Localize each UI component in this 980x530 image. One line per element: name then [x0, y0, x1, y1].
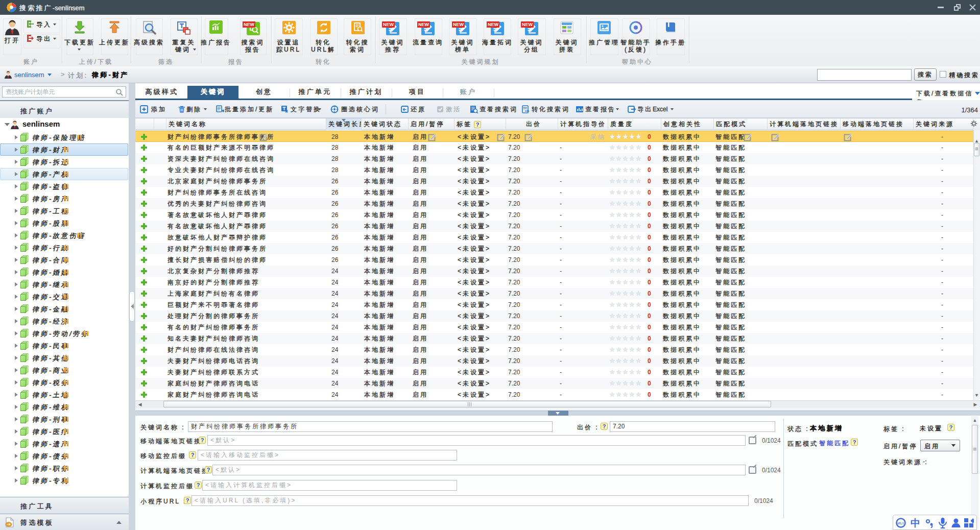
svg-text:iFLY: iFLY [898, 522, 904, 525]
